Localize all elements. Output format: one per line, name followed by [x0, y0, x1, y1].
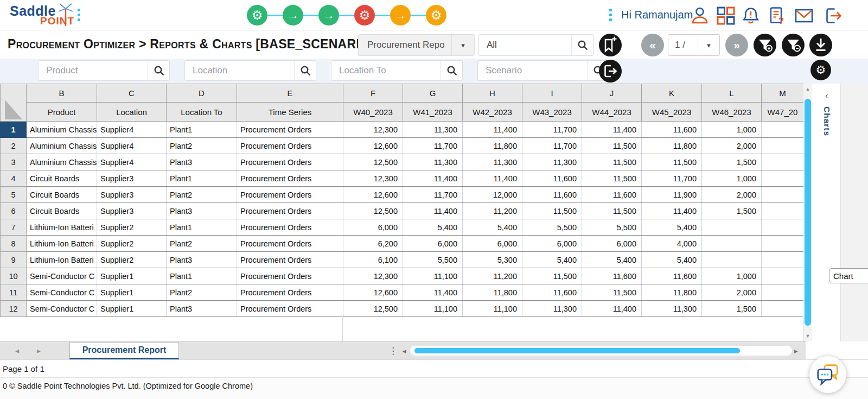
- cell[interactable]: Plant3: [167, 154, 237, 170]
- remove-filter-button[interactable]: [782, 34, 805, 56]
- tab-menu-dots-icon[interactable]: ⋮: [388, 345, 397, 357]
- cell[interactable]: 11,200: [463, 268, 522, 284]
- column-header[interactable]: W46_2023: [702, 103, 762, 122]
- workflow-step-arrow-icon[interactable]: →: [318, 5, 339, 26]
- cell[interactable]: 11,400: [582, 122, 642, 138]
- cell[interactable]: Supplier2: [97, 236, 167, 252]
- row-number-8[interactable]: 8: [1, 236, 27, 252]
- column-letter-H[interactable]: H: [463, 84, 522, 103]
- column-letter-F[interactable]: F: [343, 84, 403, 103]
- cell[interactable]: 11,600: [582, 268, 642, 284]
- search-icon[interactable]: [441, 61, 462, 80]
- cell[interactable]: 6,000: [463, 236, 522, 252]
- column-letter-D[interactable]: D: [167, 84, 237, 103]
- cell[interactable]: Plant2: [167, 138, 237, 154]
- column-header[interactable]: W45_2023: [642, 103, 702, 122]
- cell[interactable]: [762, 268, 804, 284]
- export-button[interactable]: [599, 60, 622, 83]
- cell[interactable]: 11,300: [463, 154, 522, 170]
- chart-tab-button[interactable]: Chart: [829, 268, 868, 283]
- cell[interactable]: [762, 203, 804, 219]
- cell[interactable]: Plant1: [167, 122, 237, 138]
- cell[interactable]: 11,400: [463, 170, 522, 187]
- row-number-11[interactable]: 11: [1, 284, 27, 301]
- collapse-chevron-icon[interactable]: ‹: [825, 90, 828, 102]
- cell[interactable]: Aluminium Chassis: [27, 138, 97, 154]
- page-number-box[interactable]: 1 / ▾: [668, 34, 720, 56]
- cell[interactable]: 11,100: [403, 268, 463, 284]
- column-header[interactable]: Location To: [167, 103, 237, 122]
- cell[interactable]: 12,500: [343, 154, 403, 170]
- column-letter-K[interactable]: K: [642, 84, 702, 103]
- report-search-input[interactable]: [479, 35, 571, 55]
- cell[interactable]: 12,300: [343, 122, 403, 138]
- column-header[interactable]: W44_2023: [582, 103, 642, 122]
- cell[interactable]: Supplier2: [97, 219, 167, 236]
- add-filter-button[interactable]: [754, 34, 776, 56]
- cell[interactable]: Semi-Conductor C: [27, 268, 97, 284]
- cell[interactable]: 11,700: [522, 138, 582, 154]
- column-header[interactable]: W43_2023: [522, 103, 582, 122]
- column-header[interactable]: W47_20: [762, 103, 804, 122]
- cell[interactable]: 1,500: [702, 154, 762, 170]
- saddlepoint-logo[interactable]: Saddle POINT: [10, 2, 80, 29]
- cell[interactable]: [762, 154, 804, 170]
- workflow-step-arrow-icon[interactable]: →: [390, 5, 411, 26]
- cell[interactable]: 6,000: [582, 236, 642, 252]
- column-header[interactable]: W41_2023: [403, 103, 463, 122]
- report-type-dropdown[interactable]: Procurement Repo ▾: [358, 34, 475, 56]
- row-number-3[interactable]: 3: [1, 154, 27, 170]
- cell[interactable]: 11,500: [582, 154, 642, 170]
- cell[interactable]: 2,000: [702, 284, 762, 301]
- cell[interactable]: 12,300: [343, 268, 403, 284]
- row-number-2[interactable]: 2: [1, 138, 27, 154]
- cell[interactable]: 12,000: [463, 187, 522, 203]
- apps-grid-icon[interactable]: [716, 6, 736, 26]
- cell[interactable]: 5,300: [463, 252, 522, 268]
- cell[interactable]: Procurement Orders: [237, 268, 343, 284]
- cell[interactable]: 12,500: [343, 301, 403, 317]
- cell[interactable]: 11,800: [642, 284, 702, 301]
- cell[interactable]: 11,400: [403, 284, 463, 301]
- cell[interactable]: 1,000: [702, 170, 762, 187]
- cell[interactable]: Plant1: [167, 170, 237, 187]
- cell[interactable]: Procurement Orders: [237, 284, 343, 301]
- cell[interactable]: 11,600: [582, 187, 642, 203]
- location-to-filter-input[interactable]: [331, 61, 441, 80]
- sheet-next-icon[interactable]: ▸: [37, 346, 41, 355]
- cell[interactable]: Procurement Orders: [237, 187, 343, 203]
- cell[interactable]: Plant2: [167, 187, 237, 203]
- cell[interactable]: Procurement Orders: [237, 170, 343, 187]
- page-dropdown-caret-icon[interactable]: ▾: [698, 35, 719, 55]
- cell[interactable]: 11,700: [403, 138, 463, 154]
- column-letter-M[interactable]: M: [762, 84, 804, 103]
- cell[interactable]: [762, 138, 804, 154]
- chevron-down-icon[interactable]: ▾: [451, 35, 474, 55]
- cell[interactable]: Plant2: [167, 284, 237, 301]
- workflow-step-gear-icon[interactable]: ⚙: [354, 5, 375, 26]
- cell[interactable]: 11,700: [403, 187, 463, 203]
- vertical-scroll-thumb[interactable]: [805, 99, 811, 326]
- cell[interactable]: Procurement Orders: [237, 203, 343, 219]
- mail-icon[interactable]: [794, 6, 814, 26]
- cell[interactable]: 6,200: [343, 236, 403, 252]
- cell[interactable]: Circuit Boards: [27, 170, 97, 187]
- download-button[interactable]: [809, 34, 832, 56]
- row-number-9[interactable]: 9: [1, 252, 27, 268]
- column-letter-B[interactable]: B: [27, 84, 97, 103]
- cell[interactable]: 11,300: [522, 301, 582, 317]
- cell[interactable]: [762, 122, 804, 138]
- cell[interactable]: 11,600: [642, 122, 702, 138]
- row-number-6[interactable]: 6: [1, 203, 27, 219]
- cell[interactable]: 11,300: [642, 301, 702, 317]
- cell[interactable]: Supplier2: [97, 252, 167, 268]
- cell[interactable]: 5,400: [403, 219, 463, 236]
- cell[interactable]: Supplier1: [97, 284, 167, 301]
- cell[interactable]: 2,000: [702, 138, 762, 154]
- cell[interactable]: 1,500: [702, 301, 762, 317]
- cell[interactable]: 4,000: [642, 236, 702, 252]
- cell[interactable]: 11,100: [463, 301, 522, 317]
- bookmark-add-button[interactable]: [599, 34, 622, 56]
- sheet-prev-icon[interactable]: ◂: [15, 346, 19, 355]
- cell[interactable]: Supplier3: [97, 187, 167, 203]
